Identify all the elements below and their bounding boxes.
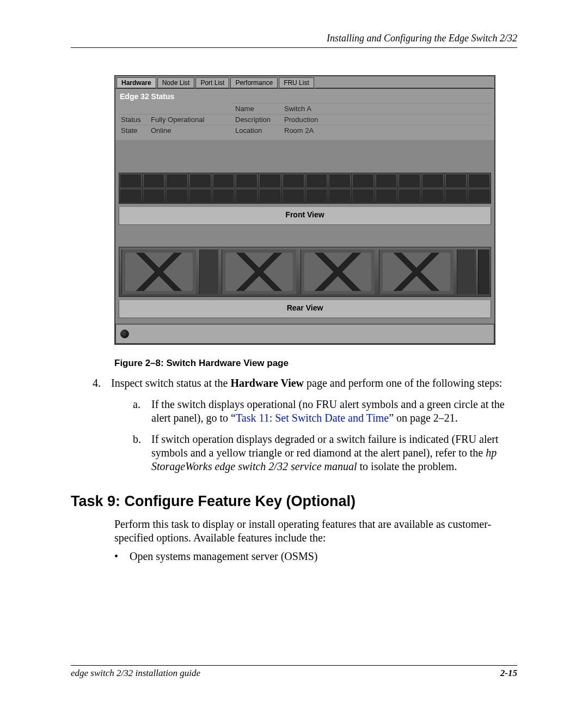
rear-view-label: Rear View (119, 300, 491, 318)
switch-front-diagram (119, 173, 491, 204)
task-9-body: Perform this task to display or install … (114, 518, 517, 545)
label-state: State (119, 125, 149, 136)
status-indicator-icon (120, 330, 129, 338)
tab-port-list[interactable]: Port List (195, 77, 229, 88)
device-panel: Front View Rear View (115, 140, 494, 324)
step-4-text-tail: page and perform one of the following st… (304, 377, 502, 389)
label-description: Description (233, 114, 282, 125)
value-status: Fully Operational (149, 114, 233, 125)
hardware-view-screenshot: Hardware Node List Port List Performance… (114, 75, 495, 345)
status-area: Edge 32 Status Name Switch A Status Full… (115, 88, 494, 140)
substep-b-text: If switch operation displays degraded or… (151, 433, 499, 459)
substep-letter: b. (133, 433, 151, 473)
psu-icon (457, 249, 476, 294)
switch-rear-diagram (119, 247, 491, 297)
link-task-11[interactable]: Task 11: Set Switch Date and Time (236, 412, 389, 424)
fan-icon (222, 249, 296, 294)
footer-page-number: 2-15 (500, 668, 517, 679)
step-4: 4. Inspect switch status at the Hardware… (93, 376, 517, 390)
value-name: Switch A (282, 103, 491, 114)
figure-2-8: Hardware Node List Port List Performance… (114, 75, 495, 369)
psu-icon (199, 249, 218, 294)
fan-icon (379, 249, 454, 294)
label-name: Name (233, 103, 282, 114)
substep-letter: a. (133, 398, 151, 425)
label-location: Location (233, 125, 282, 136)
label-status: Status (119, 114, 149, 125)
hardware-view-term: Hardware View (230, 377, 304, 389)
task-9-heading: Task 9: Configure Feature Key (Optional) (71, 493, 517, 510)
tab-fru-list[interactable]: FRU List (279, 77, 314, 88)
value-location: Room 2A (282, 125, 491, 136)
led-bar-icon (478, 249, 489, 294)
substep-b-tail: to isolate the problem. (357, 460, 457, 472)
front-view-label: Front View (119, 207, 491, 225)
tab-node-list[interactable]: Node List (157, 77, 195, 88)
bullet-text: Open systems management server (OSMS) (130, 550, 318, 563)
running-header: Installing and Configuring the Edge Swit… (71, 33, 517, 48)
value-description: Production (282, 114, 491, 125)
alert-panel (115, 324, 494, 344)
step-number: 4. (93, 376, 111, 390)
footer-guide-title: edge switch 2/32 installation guide (71, 668, 200, 679)
fan-icon (121, 249, 196, 294)
bullet-icon: • (114, 550, 130, 563)
substep-a-tail: ” on page 2–21. (389, 412, 458, 424)
value-state: Online (149, 125, 233, 136)
bullet-osms: • Open systems management server (OSMS) (114, 550, 517, 563)
step-4-text: Inspect switch status at the (111, 377, 230, 389)
tab-bar: Hardware Node List Port List Performance… (115, 76, 494, 88)
status-title: Edge 32 Status (120, 92, 491, 101)
figure-caption: Figure 2–8: Switch Hardware View page (114, 358, 495, 369)
tab-hardware[interactable]: Hardware (117, 77, 156, 88)
tab-performance[interactable]: Performance (230, 77, 278, 88)
substep-b: b. If switch operation displays degraded… (133, 433, 517, 473)
substep-a: a. If the switch displays operational (n… (133, 398, 517, 425)
fan-icon (301, 249, 375, 294)
page-footer: edge switch 2/32 installation guide 2-15 (71, 665, 517, 679)
